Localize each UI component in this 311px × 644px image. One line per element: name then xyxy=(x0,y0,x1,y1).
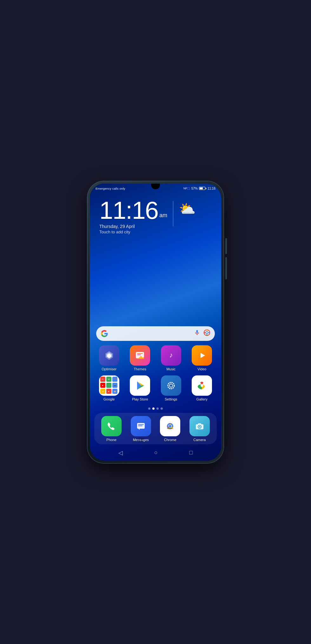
svg-point-30 xyxy=(169,425,171,427)
google-lens-icon[interactable] xyxy=(203,329,210,338)
cursor-hand: ☞ xyxy=(138,435,145,444)
svg-rect-7 xyxy=(137,353,143,354)
nfc-icon: NF⬚ xyxy=(183,187,190,190)
dock-chrome[interactable]: Chrome xyxy=(156,416,184,442)
app-playstore-label: Play Store xyxy=(132,397,148,401)
status-icons: NF⬚ 57% 11:16 xyxy=(183,187,215,190)
clock-subtitle: Touch to add city xyxy=(99,230,167,234)
page-dots xyxy=(90,406,221,413)
svg-rect-8 xyxy=(137,355,141,355)
svg-marker-12 xyxy=(201,353,205,358)
app-optimiser[interactable]: Optimiser xyxy=(94,345,124,371)
app-settings[interactable]: Settings xyxy=(156,375,186,401)
clock-status: 11:16 xyxy=(208,187,215,190)
svg-rect-23 xyxy=(138,424,144,425)
weather-widget[interactable]: ⛅ xyxy=(179,198,195,217)
app-google-label: Google xyxy=(103,397,115,401)
battery-icon xyxy=(199,187,206,190)
apps-grid-row2: G M 📍 ▶ 🛒 📷 📁 ▶ 📅 Google xyxy=(90,375,221,406)
app-themes-label: Themes xyxy=(134,367,146,371)
dock-phone[interactable]: Phone xyxy=(97,416,126,442)
app-settings-label: Settings xyxy=(165,397,177,401)
app-video[interactable]: Video xyxy=(187,345,217,371)
search-container xyxy=(90,326,221,345)
nav-home[interactable]: ○ xyxy=(154,449,158,456)
clock-widget[interactable]: 11:16 am Thursday, 29 April Touch to add… xyxy=(90,192,221,237)
volume-down-button[interactable] xyxy=(225,257,227,279)
apps-grid-row1: Optimiser Themes xyxy=(90,345,221,375)
svg-text:♪: ♪ xyxy=(169,351,173,359)
app-playstore[interactable]: Play Store xyxy=(125,375,155,401)
clock-time: 11:16 xyxy=(99,198,158,223)
app-google[interactable]: G M 📍 ▶ 🛒 📷 📁 ▶ 📅 Google xyxy=(94,375,124,401)
dot-3[interactable] xyxy=(161,407,163,410)
weather-icon: ⛅ xyxy=(179,201,195,217)
google-search-bar[interactable] xyxy=(96,326,215,341)
app-optimiser-label: Optimiser xyxy=(102,367,116,371)
nav-back[interactable]: ◁ xyxy=(118,449,123,456)
volume-up-button[interactable] xyxy=(225,238,227,254)
dock-chrome-label: Chrome xyxy=(164,438,176,442)
app-gallery[interactable]: Gallery xyxy=(187,375,217,401)
clock-date: Thursday, 29 April xyxy=(99,224,167,229)
svg-marker-25 xyxy=(138,429,140,430)
dock-camera-label: Camera xyxy=(193,438,206,442)
dot-2[interactable] xyxy=(156,407,159,410)
svg-rect-24 xyxy=(138,426,142,426)
nav-recents[interactable]: □ xyxy=(189,449,193,456)
app-music-label: Music xyxy=(166,367,175,371)
dock: Phone ☞ Messages xyxy=(94,413,217,444)
app-music[interactable]: ♪ Music xyxy=(156,345,186,371)
app-video-label: Video xyxy=(197,367,206,371)
svg-point-20 xyxy=(170,384,172,387)
clock-divider xyxy=(173,201,173,226)
dot-0[interactable] xyxy=(148,407,150,410)
phone-frame: Emergency calls only NF⬚ 57% 11:16 xyxy=(87,181,224,463)
google-logo xyxy=(101,330,108,337)
clock-ampm: am xyxy=(159,212,167,219)
svg-point-33 xyxy=(199,426,200,427)
svg-point-21 xyxy=(201,384,203,387)
dock-phone-label: Phone xyxy=(106,438,116,442)
dock-camera[interactable]: Camera xyxy=(186,416,214,442)
mic-icon[interactable] xyxy=(194,329,200,337)
dock-messages[interactable]: ☞ Messages xyxy=(127,416,155,442)
app-themes[interactable]: Themes xyxy=(125,345,155,371)
home-screen: Emergency calls only NF⬚ 57% 11:16 xyxy=(90,184,221,461)
dot-1[interactable] xyxy=(152,407,155,410)
svg-rect-34 xyxy=(198,423,201,425)
app-gallery-label: Gallery xyxy=(196,397,208,401)
nav-bar: ◁ ○ □ xyxy=(90,447,221,461)
phone-screen: Emergency calls only NF⬚ 57% 11:16 xyxy=(90,184,221,461)
battery-percent: 57% xyxy=(191,187,198,190)
svg-point-1 xyxy=(206,331,208,334)
emergency-text: Emergency calls only xyxy=(96,187,125,190)
